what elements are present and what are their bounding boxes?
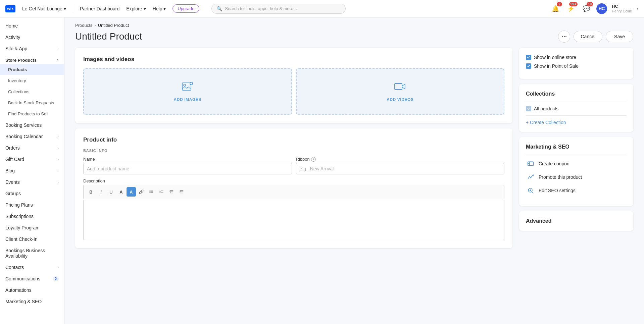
chevron-down-icon: ▾ [64, 6, 66, 11]
show-online-store-row[interactable]: Show in online store [526, 55, 627, 60]
sidebar-item-gift-card[interactable]: Gift Card › [0, 154, 64, 165]
sidebar-item-subscriptions[interactable]: Subscriptions [0, 211, 64, 222]
sidebar-item-pricing-plans[interactable]: Pricing Plans [0, 199, 64, 211]
search-bar[interactable]: 🔍 Search for tools, apps, help & more... [211, 4, 346, 14]
numbered-list-button[interactable]: 1. 2. [157, 187, 166, 197]
chevron-right-icon: › [57, 265, 59, 269]
sidebar-item-booking-calendar[interactable]: Booking Calendar › [0, 131, 64, 142]
seo-icon [526, 186, 535, 195]
alerts-button[interactable]: ⚡ 99+ [565, 3, 576, 14]
advanced-card: Advanced [519, 211, 633, 231]
description-label: Description [83, 178, 504, 183]
svg-text:2.: 2. [159, 191, 161, 193]
ribbon-input[interactable] [296, 163, 505, 174]
edit-seo-row[interactable]: Edit SEO settings [526, 186, 627, 195]
description-editor[interactable] [83, 200, 504, 240]
sidebar-item-activity[interactable]: Activity [0, 32, 64, 43]
user-avatar[interactable]: HC [596, 3, 607, 14]
italic-button[interactable]: I [96, 187, 106, 197]
videos-icon [394, 82, 406, 95]
collections-title: Collections [526, 91, 627, 97]
sidebar-item-marketing-seo[interactable]: Marketing & SEO [0, 296, 64, 307]
site-name-dropdown[interactable]: Le Gel Nail Lounge ▾ [22, 6, 66, 11]
chevron-right-icon: › [57, 169, 59, 173]
chat-badge: 10 [587, 2, 593, 6]
add-images-label: ADD IMAGES [174, 97, 201, 102]
all-products-row: All products [526, 106, 627, 111]
show-pos-checkbox[interactable] [526, 63, 531, 69]
explore-link[interactable]: Explore ▾ [126, 6, 146, 11]
sidebar: Home Activity Site & App › Store Product… [0, 17, 64, 324]
show-online-store-checkbox[interactable] [526, 55, 531, 60]
sidebar-item-contacts[interactable]: Contacts › [0, 262, 64, 273]
indent-increase-button[interactable] [177, 187, 186, 197]
all-products-checkbox[interactable] [526, 106, 531, 111]
images-videos-title: Images and videos [83, 56, 504, 63]
sidebar-item-loyalty-program[interactable]: Loyalty Program [0, 222, 64, 233]
coupon-icon [526, 159, 535, 168]
upgrade-button[interactable]: Upgrade [172, 4, 199, 13]
marketing-title: Marketing & SEO [526, 144, 627, 150]
advanced-title: Advanced [526, 218, 627, 224]
sidebar-item-find-products[interactable]: Find Products to Sell [0, 108, 64, 119]
media-grid: ADD IMAGES ADD VIDEOS [83, 68, 504, 115]
svg-rect-15 [161, 192, 163, 192]
promote-product-row[interactable]: Promote this product [526, 172, 627, 182]
sidebar-item-home[interactable]: Home [0, 20, 64, 32]
bullet-list-button[interactable] [147, 187, 156, 197]
sidebar-item-site-app[interactable]: Site & App › [0, 43, 64, 54]
more-options-button[interactable]: ··· [558, 31, 570, 43]
text-color-button[interactable]: A [116, 187, 126, 197]
svg-rect-9 [150, 192, 153, 192]
svg-rect-7 [150, 191, 153, 192]
highlight-button[interactable]: A [127, 187, 136, 197]
main-content: Products › Untitled Product Untitled Pro… [64, 17, 644, 324]
chat-button[interactable]: 💬 10 [581, 3, 592, 14]
sidebar-item-blog[interactable]: Blog › [0, 165, 64, 176]
editor-toolbar: B I U A A [83, 185, 504, 199]
underline-button[interactable]: U [106, 187, 116, 197]
sidebar-item-groups[interactable]: Groups [0, 188, 64, 199]
svg-point-24 [528, 163, 529, 164]
description-group: Description B I U A A [83, 178, 504, 240]
sidebar-item-automations[interactable]: Automations [0, 284, 64, 296]
add-videos-button[interactable]: ADD VIDEOS [296, 68, 505, 115]
link-button[interactable] [137, 187, 146, 197]
main-column: Images and videos [75, 48, 512, 248]
chevron-right-icon: › [57, 47, 59, 51]
sidebar-item-inventory[interactable]: Inventory [0, 75, 64, 86]
chevron-down-icon: ▾ [163, 6, 166, 11]
partner-dashboard-link[interactable]: Partner Dashboard [80, 6, 119, 11]
store-products-section[interactable]: Store Products ∧ [0, 54, 64, 64]
sidebar-item-events[interactable]: Events › [0, 176, 64, 188]
show-pos-row[interactable]: Show in Point of Sale [526, 63, 627, 69]
breadcrumb-products-link[interactable]: Products [75, 23, 92, 28]
ribbon-field-group: Ribbon ℹ [296, 157, 505, 174]
indent-decrease-button[interactable] [167, 187, 176, 197]
bold-button[interactable]: B [86, 187, 96, 197]
sidebar-item-products[interactable]: Products [0, 64, 64, 75]
cancel-button[interactable]: Cancel [574, 31, 602, 42]
sidebar-item-back-in-stock[interactable]: Back in Stock Requests [0, 97, 64, 108]
product-name-input[interactable] [83, 163, 292, 174]
sidebar-item-client-check-in[interactable]: Client Check-In [0, 233, 64, 245]
alert-badge: 99+ [569, 2, 578, 6]
breadcrumb: Products › Untitled Product [64, 17, 644, 28]
page-header: Untitled Product ··· Cancel Save [64, 28, 644, 48]
create-coupon-row[interactable]: Create coupon [526, 159, 627, 168]
divider [526, 102, 627, 102]
ribbon-label: Ribbon ℹ [296, 157, 505, 162]
sidebar-item-booking-services[interactable]: Booking Services [0, 119, 64, 131]
header-actions: ··· Cancel Save [558, 31, 633, 43]
save-button[interactable]: Save [606, 31, 633, 42]
sidebar-item-orders[interactable]: Orders › [0, 142, 64, 154]
sidebar-item-communications[interactable]: Communications 2 [0, 273, 64, 284]
sidebar-item-collections[interactable]: Collections [0, 86, 64, 97]
help-link[interactable]: Help ▾ [153, 6, 166, 11]
page-title: Untitled Product [75, 31, 142, 42]
create-collection-link[interactable]: + Create Collection [526, 120, 627, 125]
sidebar-item-bookings-business[interactable]: Bookings Business Availability [0, 245, 64, 262]
product-info-card: Product info BASIC INFO Name Ribbon ℹ [75, 128, 512, 248]
notifications-bell-button[interactable]: 🔔 2 [550, 3, 561, 14]
add-images-button[interactable]: ADD IMAGES [83, 68, 292, 115]
